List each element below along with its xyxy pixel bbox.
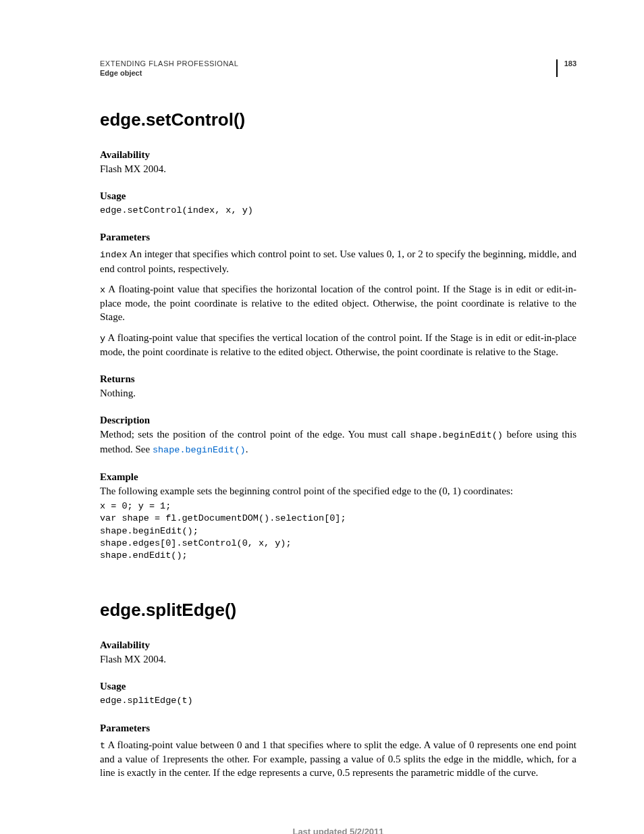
parameters-label: Parameters (100, 232, 576, 243)
param-x: x A floating-point value that specifies … (100, 282, 576, 324)
param-index-name: index (100, 250, 128, 260)
description-text-a: Method; sets the position of the control… (100, 429, 410, 440)
heading-splitedge: edge.splitEdge() (100, 600, 576, 621)
doc-title: EXTENDING FLASH PROFESSIONAL (100, 59, 556, 68)
description-text: Method; sets the position of the control… (100, 427, 576, 456)
example-text: The following example sets the beginning… (100, 484, 576, 498)
param-t-name: t (100, 741, 105, 751)
param-x-name: x (100, 285, 105, 295)
returns-label: Returns (100, 373, 576, 385)
availability-text: Flash MX 2004. (100, 162, 576, 176)
heading-setcontrol: edge.setControl() (100, 109, 576, 130)
page-number: 183 (564, 59, 576, 68)
usage-code-2: edge.splitEdge(t) (100, 695, 576, 707)
example-code: x = 0; y = 1; var shape = fl.getDocument… (100, 500, 576, 562)
param-y: y A floating-point value that specifies … (100, 331, 576, 359)
availability-text-2: Flash MX 2004. (100, 652, 576, 666)
page-container: EXTENDING FLASH PROFESSIONAL Edge object… (0, 0, 644, 834)
page-number-divider: 183 (556, 59, 576, 77)
returns-text: Nothing. (100, 386, 576, 400)
usage-label-2: Usage (100, 681, 576, 692)
description-inline-code: shape.beginEdit() (410, 430, 503, 440)
param-index-text: An integer that specifies which control … (100, 249, 576, 273)
example-label: Example (100, 471, 576, 483)
description-text-c: . (246, 444, 248, 454)
page-header: EXTENDING FLASH PROFESSIONAL Edge object… (100, 59, 576, 77)
doc-subtitle: Edge object (100, 69, 556, 77)
availability-label-2: Availability (100, 640, 576, 651)
param-x-text: A floating-point value that specifies th… (100, 284, 576, 322)
param-y-name: y (100, 334, 105, 344)
page-footer: Last updated 5/2/2011 (100, 827, 576, 834)
param-t-text: A floating-point value between 0 and 1 t… (100, 739, 576, 778)
parameters-label-2: Parameters (100, 723, 576, 734)
description-link[interactable]: shape.beginEdit() (153, 445, 246, 455)
param-t: t A floating-point value between 0 and 1… (100, 738, 576, 780)
availability-label: Availability (100, 149, 576, 161)
param-y-text: A floating-point value that specifies th… (100, 332, 576, 357)
usage-code: edge.setControl(index, x, y) (100, 205, 576, 217)
usage-label: Usage (100, 190, 576, 202)
param-index: index An integer that specifies which co… (100, 247, 576, 275)
header-left-block: EXTENDING FLASH PROFESSIONAL Edge object (100, 59, 556, 77)
description-label: Description (100, 415, 576, 426)
